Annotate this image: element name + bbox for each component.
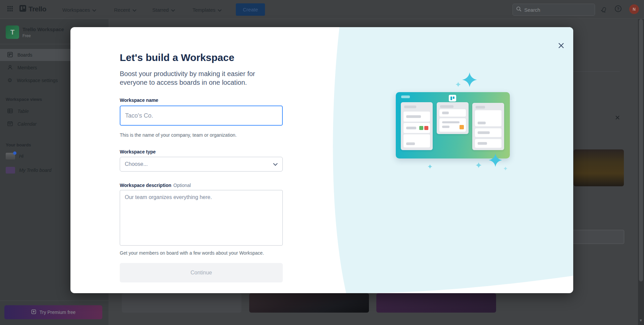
search-icon <box>516 6 522 13</box>
workspace-name-helper: This is the name of your company, team o… <box>120 132 236 138</box>
chevron-down-icon <box>92 7 96 13</box>
sparkle-icon <box>503 167 507 171</box>
trello-logo-icon <box>19 4 27 14</box>
grid-icon <box>7 6 13 13</box>
workspace-description-helper: Get your members on board with a few wor… <box>120 250 264 256</box>
chevron-down-icon <box>171 7 175 13</box>
modal-title: Let's build a Workspace <box>120 52 234 63</box>
continue-button[interactable]: Continue <box>120 263 283 282</box>
nav-recent-button[interactable]: Recent <box>111 4 139 15</box>
premium-icon <box>31 309 36 315</box>
board-tile[interactable] <box>249 293 369 313</box>
board-icon <box>7 52 13 58</box>
workspace-plan-badge: Free <box>22 34 31 38</box>
help-icon: ? <box>614 5 622 14</box>
illustration-pill <box>401 95 410 98</box>
close-icon <box>557 42 565 49</box>
gear-icon: ⚙ <box>7 78 12 83</box>
banner-close-icon[interactable] <box>615 115 620 120</box>
chevron-down-icon <box>273 163 278 166</box>
scroll-down-arrow-icon[interactable]: ▼ <box>639 318 643 322</box>
modal-subtitle: Boost your productivity by making it eas… <box>120 69 277 87</box>
search-box[interactable] <box>513 4 595 16</box>
workspace-avatar: T <box>6 25 19 39</box>
sparkle-icon <box>455 82 461 87</box>
workspace-name-label: Workspace name <box>120 97 158 103</box>
template-tile[interactable] <box>574 149 624 186</box>
board-thumbnail <box>6 167 15 174</box>
page-section-divider <box>570 71 620 72</box>
trello-app: Trello Workspaces Recent Starred Templat… <box>0 0 644 325</box>
table-icon <box>7 108 13 115</box>
background-input-fragment <box>572 230 624 244</box>
nav-templates-button[interactable]: Templates <box>190 4 224 15</box>
app-switcher-button[interactable] <box>4 3 16 15</box>
top-nav: Trello Workspaces Recent Starred Templat… <box>0 0 644 19</box>
modal-close-button[interactable] <box>556 41 566 51</box>
user-avatar[interactable]: N <box>629 4 639 14</box>
scrollbar-thumb[interactable] <box>639 19 643 281</box>
build-workspace-modal: Let's build a Workspace Boost your produ… <box>70 27 573 293</box>
your-boards-header: Your boards <box>6 142 31 147</box>
workspace-description-textarea[interactable] <box>120 190 283 246</box>
member-icon <box>7 65 13 71</box>
help-button[interactable]: ? <box>613 4 623 14</box>
workspace-description-label: Workspace descriptionOptional <box>120 183 191 188</box>
bell-icon <box>600 5 609 14</box>
trello-logo-text: Trello <box>29 5 46 13</box>
svg-text:?: ? <box>617 7 619 11</box>
scrollbar[interactable]: ▼ <box>638 19 644 325</box>
sparkle-icon <box>489 153 502 167</box>
illustration-list <box>437 102 469 134</box>
chevron-down-icon <box>218 7 222 13</box>
search-input[interactable] <box>524 7 585 13</box>
sparkle-icon <box>428 164 432 169</box>
trello-glyph-icon <box>449 95 456 102</box>
illustration-list <box>472 103 504 150</box>
nav-starred-button[interactable]: Starred <box>150 4 178 15</box>
board-tile[interactable] <box>376 293 496 313</box>
nav-workspaces-button[interactable]: Workspaces <box>60 4 99 15</box>
illustration-list <box>401 102 433 150</box>
sparkle-icon <box>462 72 477 87</box>
board-tile[interactable] <box>122 293 241 313</box>
board-illustration <box>396 92 510 158</box>
trello-logo[interactable]: Trello <box>19 4 46 14</box>
create-button[interactable]: Create <box>236 3 265 16</box>
workspace-name: Trello Workspace <box>22 26 64 32</box>
try-premium-button[interactable]: Try Premium free <box>4 305 102 319</box>
workspace-type-select[interactable]: Choose... <box>120 157 283 172</box>
sparkle-icon <box>476 162 482 168</box>
notifications-button[interactable] <box>599 4 609 14</box>
workspace-type-label: Workspace type <box>120 149 156 154</box>
divider <box>0 301 109 301</box>
workspace-views-header: Workspace views <box>6 97 42 102</box>
calendar-icon <box>7 121 13 127</box>
workspace-name-input[interactable] <box>120 106 283 126</box>
chevron-down-icon <box>132 7 137 13</box>
board-thumbnail <box>6 153 15 159</box>
optional-tag: Optional <box>173 183 191 188</box>
